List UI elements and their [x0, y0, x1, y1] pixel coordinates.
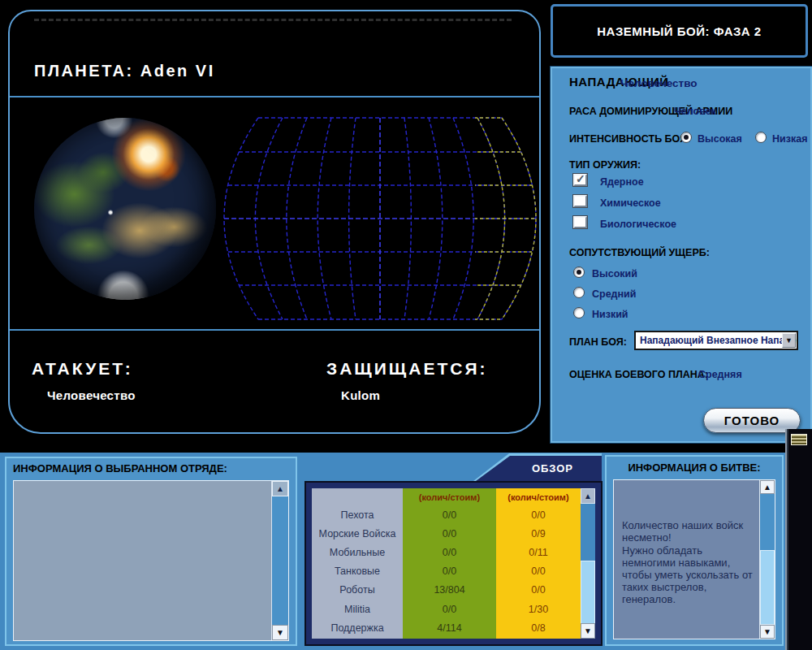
panel-tick-decoration	[34, 19, 512, 21]
planet-globe-image	[34, 118, 216, 300]
plan-rating-value: Средняя	[698, 369, 742, 380]
unit-name: Militia	[312, 600, 403, 618]
battle-info-panel: ИНФОРМАЦИЯ О БИТВЕ: Количество наших вой…	[605, 455, 784, 646]
squad-info-panel: ИНФОРМАЦИЯ О ВЫБРАННОМ ОТРЯДЕ: ▲ ▼	[5, 457, 297, 646]
defender-label: ЗАЩИЩАЕТСЯ:	[326, 359, 487, 379]
unit-qty-cost: 0/8	[496, 618, 581, 637]
unit-qty-cost: 13/804	[403, 581, 496, 600]
unit-qty-cost: 0/0	[496, 562, 581, 581]
battle-info-scrollbar[interactable]: ▲ ▼	[759, 480, 775, 639]
intensity-radio-low[interactable]	[755, 132, 767, 143]
battle-plan-dropdown[interactable]: Нападающий Внезапное Нападение ▼	[634, 331, 798, 350]
planet-panel: ПЛАНЕТА: Aden VI	[8, 10, 541, 434]
unit-table: Пехота Морские Войска Мобильные Танковые…	[312, 488, 595, 639]
squad-info-title: ИНФОРМАЦИЯ О ВЫБРАННОМ ОТРЯДЕ:	[13, 462, 227, 474]
scroll-down-button[interactable]: ▼	[272, 625, 288, 640]
scroll-down-button[interactable]: ▼	[760, 625, 775, 639]
attacker-field-value: Человечество	[620, 77, 698, 89]
weapon-chemical-label[interactable]: Химическое	[600, 197, 661, 209]
tab-overview-label: ОБЗОР	[532, 462, 573, 474]
defender-units-column: (колич/стоим) 0/0 0/9 0/11 0/0 0/0 1/30 …	[496, 488, 581, 639]
panel-divider	[10, 96, 539, 98]
battle-plan-dropdown-button[interactable]: ▼	[782, 333, 796, 348]
scroll-up-button[interactable]: ▲	[272, 481, 288, 496]
scroll-up-icon: ▲	[763, 483, 771, 492]
scroll-up-button[interactable]: ▲	[760, 480, 775, 494]
scroll-down-icon: ▼	[763, 628, 771, 636]
damage-radio-high[interactable]	[573, 266, 585, 278]
scroll-up-button[interactable]: ▲	[581, 488, 595, 504]
intensity-option-low-label[interactable]: Низкая	[772, 133, 807, 145]
damage-radio-medium[interactable]	[573, 287, 585, 298]
intensity-radio-high[interactable]	[680, 132, 692, 143]
attacker-units-column: (колич/стоим) 0/0 0/0 0/0 0/0 13/804 0/0…	[403, 488, 496, 639]
scroll-up-icon: ▲	[584, 492, 592, 500]
unit-qty-cost: 0/0	[496, 505, 581, 524]
unit-qty-cost: 0/9	[496, 524, 581, 543]
panel-divider	[10, 329, 539, 331]
battle-info-line: Количество наших войск несметно!	[622, 519, 754, 544]
defender-units-header: (колич/стоим)	[496, 488, 581, 505]
battle-plan-value: Нападающий Внезапное Нападение	[640, 335, 798, 346]
unit-name-column: Пехота Морские Войска Мобильные Танковые…	[312, 488, 403, 639]
background-window-edge	[785, 429, 812, 650]
battle-info-line: Нужно обладать немногими навыками, чтобы…	[622, 544, 754, 605]
unit-qty-cost: 4/114	[403, 618, 496, 637]
attacker-units-header: (колич/стоим)	[403, 488, 496, 505]
collateral-damage-label: СОПУТСТВУЮЩИЙ УЩЕРБ:	[569, 247, 710, 258]
game-screen: ПЛАНЕТА: Aden VI	[0, 0, 812, 650]
battle-info-text-box: Количество наших войск несметно! Нужно о…	[613, 479, 775, 639]
race-field-value: Человек	[674, 106, 716, 117]
unit-name: Морские Войска	[312, 524, 403, 543]
unit-qty-cost: 0/0	[403, 600, 496, 618]
battle-info-title: ИНФОРМАЦИЯ О БИТВЕ:	[607, 462, 782, 474]
unit-qty-cost: 0/0	[403, 562, 496, 581]
unit-name-header	[312, 488, 403, 505]
scroll-down-icon: ▼	[276, 629, 284, 637]
damage-low-label[interactable]: Низкий	[592, 309, 628, 320]
scroll-down-button[interactable]: ▼	[581, 623, 595, 639]
unit-qty-cost: 0/0	[403, 524, 496, 543]
battle-phase-title: НАЗЕМНЫЙ БОЙ: ФАЗА 2	[597, 24, 761, 38]
weapon-nuclear-label[interactable]: Ядерное	[600, 176, 644, 188]
unit-qty-cost: 0/0	[496, 581, 581, 600]
battle-options-panel: НАПАДАЮЩИЙ Человечество РАСА ДОМИНИРУЮЩЕ…	[551, 67, 812, 443]
defender-value: Kulom	[341, 388, 380, 402]
damage-medium-label[interactable]: Средний	[592, 288, 636, 300]
squad-list-scrollbar[interactable]: ▲ ▼	[271, 481, 288, 640]
battle-plan-label: ПЛАН БОЯ:	[569, 336, 627, 348]
planet-wireframe-map	[222, 115, 539, 322]
intensity-option-high-label[interactable]: Высокая	[698, 133, 742, 145]
attacker-value: Человечество	[47, 388, 136, 402]
intensity-label: ИНТЕНСИВНОСТЬ БОЯ:	[569, 133, 690, 145]
unit-table-scrollbar[interactable]: ▲ ▼	[581, 488, 595, 639]
unit-name: Поддержка	[312, 618, 403, 637]
scroll-up-icon: ▲	[276, 485, 284, 493]
attacker-label: АТАКУЕТ:	[32, 359, 133, 379]
scroll-down-icon: ▼	[584, 627, 592, 635]
scrollbar-thumb[interactable]	[760, 550, 775, 625]
unit-name: Роботы	[312, 581, 403, 600]
window-control-icon	[791, 434, 807, 445]
battle-phase-header: НАЗЕМНЫЙ БОЙ: ФАЗА 2	[551, 4, 808, 58]
unit-name: Пехота	[312, 505, 403, 524]
squad-list-box[interactable]: ▲ ▼	[13, 480, 289, 641]
planet-title: ПЛАНЕТА: Aden VI	[34, 62, 215, 80]
damage-high-label[interactable]: Высокий	[592, 268, 637, 280]
unit-name: Танковые	[312, 562, 403, 581]
weapon-checkbox-chemical[interactable]	[573, 195, 587, 207]
damage-radio-low[interactable]	[573, 307, 585, 318]
weapon-checkbox-nuclear[interactable]	[573, 174, 587, 186]
chevron-down-icon: ▼	[785, 337, 793, 344]
unit-qty-cost: 0/0	[403, 505, 496, 524]
weapon-type-label: ТИП ОРУЖИЯ:	[569, 159, 641, 171]
unit-qty-cost: 0/11	[496, 543, 581, 561]
unit-name: Мобильные	[312, 543, 403, 561]
unit-overview-panel: Пехота Морские Войска Мобильные Танковые…	[304, 481, 603, 646]
weapon-biological-label[interactable]: Биологическое	[600, 219, 676, 230]
plan-rating-label: ОЦЕНКА БОЕВОГО ПЛАНА:	[569, 369, 708, 380]
scrollbar-thumb[interactable]	[581, 561, 595, 624]
unit-qty-cost: 1/30	[496, 600, 581, 618]
unit-qty-cost: 0/0	[403, 543, 496, 561]
weapon-checkbox-biological[interactable]	[573, 216, 587, 228]
